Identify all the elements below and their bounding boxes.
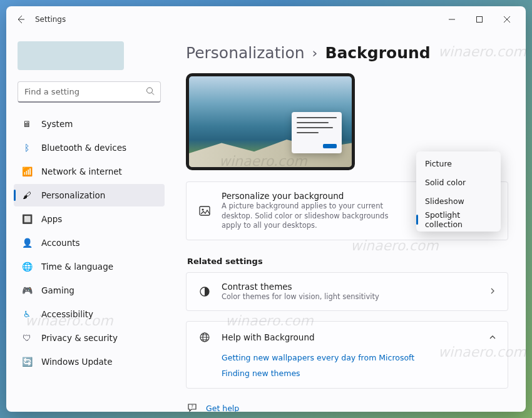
sidebar-item-personalization[interactable]: 🖌Personalization xyxy=(14,184,165,206)
sidebar-item-privacy-security[interactable]: 🛡Privacy & security xyxy=(14,327,165,349)
back-button[interactable] xyxy=(11,10,30,29)
dropdown-option-solid-color[interactable]: Solid color xyxy=(416,173,501,191)
minimize-button[interactable] xyxy=(438,10,466,29)
background-preview[interactable] xyxy=(186,73,355,170)
sidebar: 🖥SystemᛒBluetooth & devices📶Network & in… xyxy=(6,33,172,412)
dropdown-option-slideshow[interactable]: Slideshow xyxy=(416,191,501,210)
breadcrumb: Personalization › Background xyxy=(186,44,508,62)
personalization-icon: 🖌 xyxy=(21,190,33,201)
apps-icon: 🔲 xyxy=(21,213,33,225)
contrast-title: Contrast themes xyxy=(222,282,479,292)
sidebar-item-accounts[interactable]: 👤Accounts xyxy=(14,232,165,254)
search-input[interactable] xyxy=(18,81,161,103)
sidebar-item-system[interactable]: 🖥System xyxy=(14,113,165,135)
titlebar: Settings xyxy=(6,6,526,33)
svg-point-1 xyxy=(147,88,153,93)
dropdown-option-spotlight-collection[interactable]: Spotlight collection xyxy=(416,210,501,229)
dropdown-option-picture[interactable]: Picture xyxy=(416,154,501,173)
contrast-icon xyxy=(198,285,212,298)
help-link[interactable]: Getting new wallpapers every day from Mi… xyxy=(222,353,496,362)
help-title: Help with Background xyxy=(222,332,479,342)
wifi-icon: 📶 xyxy=(21,166,33,177)
update-icon: 🔄 xyxy=(21,356,33,367)
account-tile[interactable] xyxy=(18,41,124,70)
svg-text:?: ? xyxy=(191,404,193,409)
settings-window: Settings 🖥SystemᛒBluetooth & devices📶Net… xyxy=(6,6,526,412)
sidebar-item-label: Time & language xyxy=(41,262,113,272)
sidebar-item-label: Accessibility xyxy=(41,309,93,319)
sidebar-item-bluetooth-devices[interactable]: ᛒBluetooth & devices xyxy=(14,136,165,159)
system-icon: 🖥 xyxy=(21,118,33,130)
sidebar-item-label: Personalization xyxy=(41,190,105,200)
get-help-link[interactable]: ? Get help xyxy=(187,402,508,412)
help-link[interactable]: Finding new themes xyxy=(222,369,496,378)
search-icon xyxy=(146,86,155,98)
close-button[interactable] xyxy=(493,10,521,29)
personalize-subtitle: A picture background applies to your cur… xyxy=(222,201,397,231)
accounts-icon: 👤 xyxy=(21,237,33,248)
background-type-dropdown: PictureSolid colorSlideshowSpotlight col… xyxy=(416,151,501,232)
breadcrumb-separator: › xyxy=(312,45,318,61)
search-container xyxy=(18,81,161,103)
sidebar-item-label: Gaming xyxy=(41,285,74,295)
sidebar-item-gaming[interactable]: 🎮Gaming xyxy=(14,279,165,302)
contrast-themes-card[interactable]: Contrast themes Color themes for low vis… xyxy=(186,272,508,312)
window-title: Settings xyxy=(35,15,66,24)
sidebar-item-label: System xyxy=(41,119,73,129)
maximize-button[interactable] xyxy=(466,10,493,29)
sidebar-item-label: Privacy & security xyxy=(41,333,118,343)
breadcrumb-current: Background xyxy=(325,44,430,62)
sidebar-item-label: Bluetooth & devices xyxy=(41,143,126,153)
chevron-right-icon xyxy=(489,285,496,297)
main-content: Personalization › Background xyxy=(172,33,526,412)
sidebar-item-label: Windows Update xyxy=(41,357,112,367)
help-background-card: Help with Background Getting new wallpap… xyxy=(186,321,508,389)
preview-dialog xyxy=(292,112,342,153)
time-icon: 🌐 xyxy=(21,261,33,272)
sidebar-item-network-internet[interactable]: 📶Network & internet xyxy=(14,160,165,183)
help-chat-icon: ? xyxy=(187,402,198,412)
accessibility-icon: ♿ xyxy=(21,308,33,320)
svg-rect-0 xyxy=(477,17,483,23)
privacy-icon: 🛡 xyxy=(21,332,33,344)
svg-point-3 xyxy=(202,208,203,210)
sidebar-item-time-language[interactable]: 🌐Time & language xyxy=(14,255,165,278)
globe-icon xyxy=(198,330,212,344)
sidebar-item-label: Accounts xyxy=(41,238,80,248)
sidebar-item-accessibility[interactable]: ♿Accessibility xyxy=(14,303,165,325)
sidebar-item-label: Network & internet xyxy=(41,166,122,176)
breadcrumb-parent[interactable]: Personalization xyxy=(186,44,305,62)
contrast-subtitle: Color themes for low vision, light sensi… xyxy=(222,292,479,302)
picture-icon xyxy=(198,204,212,218)
bluetooth-icon: ᛒ xyxy=(21,142,33,153)
chevron-up-icon xyxy=(489,332,496,344)
related-settings-label: Related settings xyxy=(187,257,508,266)
sidebar-item-windows-update[interactable]: 🔄Windows Update xyxy=(14,350,165,373)
sidebar-item-apps[interactable]: 🔲Apps xyxy=(14,208,165,230)
nav-list: 🖥SystemᛒBluetooth & devices📶Network & in… xyxy=(14,113,165,373)
get-help-label: Get help xyxy=(206,404,239,412)
sidebar-item-label: Apps xyxy=(41,214,62,224)
gaming-icon: 🎮 xyxy=(21,285,33,296)
help-header-row[interactable]: Help with Background xyxy=(187,322,508,353)
